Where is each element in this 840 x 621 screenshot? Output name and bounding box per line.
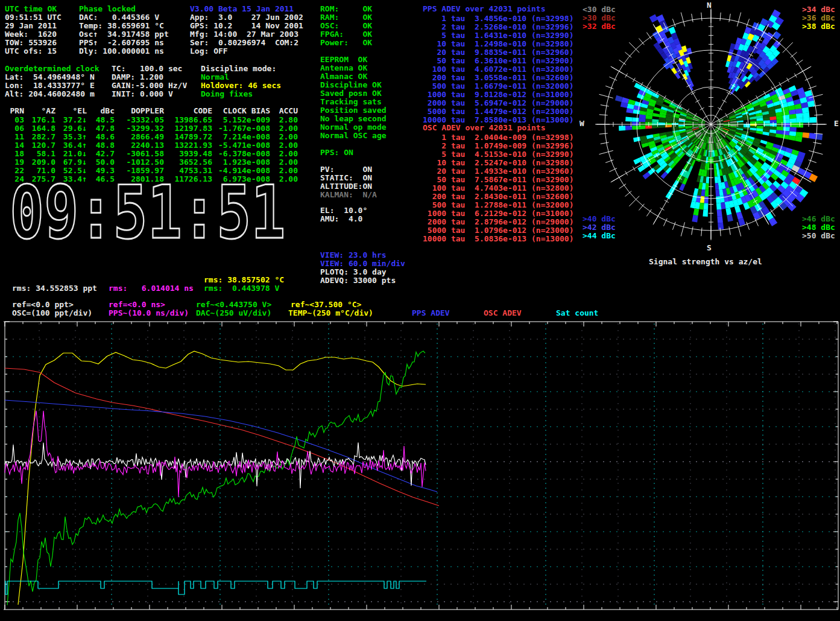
signal-cell [693,208,699,215]
gps-status-line: Antenna OK [320,64,367,72]
sat-cell: 18 [6,150,24,158]
sat-cell: 21.0↓ [55,150,87,158]
pps-adev-row: 20 tau 9.8835e-011 (n=32960) [423,48,573,57]
rim-tick [720,13,721,21]
spoke-tick [771,87,774,91]
pps-adev-row: 1000 tau 9.8128e-012 (n=31000) [423,91,573,99]
cardinal-east: E [834,119,839,128]
rim-tick [605,86,613,89]
sat-cell: 48.5 [87,116,115,124]
sat-table-row: 19209.067.9↓50.0-1012.503652.561.923e-00… [6,158,298,167]
sat-cell: 42.7 [87,150,115,158]
signal-cell [632,126,639,130]
sat-cell: 46.5 [87,175,115,183]
sat-table-row: 24275.733.4↑46.52801.1811726.136.973e-00… [6,175,298,183]
utc-time-status: UTC time OK [5,5,57,13]
sat-cell: -1012.50 [115,158,164,167]
rim-tick [681,13,684,27]
phase-block-line: PPS↑ -2.607695 ns [79,39,164,47]
sat-cell: 2866.49 [115,133,164,141]
version-block-line: GPS: 10.2 14 Nov 2001 [190,22,303,30]
spoke-tick [748,100,751,104]
signal-cell [796,113,803,118]
sat-table-row: 03176.137.2↓48.5-3332.0513986.655.152e-0… [6,116,298,124]
dbc-legend-item: >30 dBc [583,14,616,22]
sat-cell: 2801.18 [115,175,164,183]
receiver-mode: Overdetermined clock [5,65,99,73]
sat-cell: -3299.32 [115,124,164,133]
ref-scale-label: ref~<0.443750 V> [196,301,271,309]
osc-adev-title: OSC ADEV over 42031 points [423,124,546,132]
rim-tick [599,94,613,98]
spoke-tick [665,200,669,203]
pps-state: PPS: ON [320,148,353,157]
trace-pps [5,400,437,492]
rim-tick [813,142,821,144]
sat-cell: 3939.48 [164,150,212,158]
sat-cell: 6.973e-008 [212,175,270,183]
signal-cell [795,136,802,142]
signal-cell [692,215,698,222]
signal-cell [734,205,741,213]
health-status-line: ROM: OK [320,5,372,13]
signal-cell [810,117,816,123]
fixes-status: Doing fixes [201,90,253,98]
plot-legend-label: PPS ADEV [412,309,450,317]
sat-cell: 282.7 [24,133,55,141]
signal-cell [649,14,658,23]
signal-cell [679,183,685,191]
history-strip-chart [0,319,840,621]
sat-cell: °AZ [24,107,55,115]
spoke-tick [787,78,789,82]
rim-tick [729,226,730,235]
signal-cell [789,114,797,119]
rim-tick [729,14,730,22]
init-setting: INIT: 0.000 V [112,90,173,98]
dbc-legend-item: >32 dBc [583,22,616,31]
sat-table-row: 14120.736.4↑48.82240.1313221.93-5.471e-0… [6,141,298,150]
rim-tick [809,160,816,163]
sat-cell: 14 [6,141,24,150]
sat-cell: 2.80 [270,116,298,124]
sat-cell: °EL [55,107,87,115]
osc-adev-row: 5000 tau 1.0796e-012 (n=23000) [423,226,573,235]
signal-cell [665,123,672,125]
big-digital-clock: 09:51:51 [10,172,286,253]
sat-table-row: 11282.735.3↑48.62866.4914789.727.214e-00… [6,133,298,141]
pps-adev-row: 5 tau 1.6431e-010 (n=32990) [423,31,573,40]
signal-cell [803,132,810,138]
version-block-line: App: 3.0 27 Jun 2002 [190,13,303,22]
health-status-line: Power: OK [320,39,372,47]
signal-cell [727,214,733,222]
sat-table-header: PRN°AZ°ELdBcDOPPLERCODECLOCK BIASACCU [6,107,298,115]
ref-scale-label: ref=<0.0 ppt> [12,301,74,309]
spoke-tick [763,91,766,95]
health-status-line: RAM: OK [320,13,372,22]
sat-cell: 1.923e-008 [212,158,270,167]
utc-block-line: Week: 1620 [5,30,57,39]
rim-tick [692,14,693,22]
signal-cell [632,117,639,121]
ref-scale-label: DAC~(250 uV/div) [196,309,271,317]
signal-cell [789,135,796,141]
sat-cell: 48.8 [87,141,115,150]
signal-cell [790,127,797,132]
sat-cell: 24 [6,175,24,183]
gps-status-line: Tracking sats [320,98,382,106]
trace-sat_count [5,581,426,594]
sat-cell: 33.4↑ [55,175,87,183]
sat-cell: dBc [87,107,115,115]
lady-heather-screen: 09:51:51 Signal strength vs az/el UTC ti… [0,0,840,621]
sat-cell: 49.3 [87,167,115,175]
ref-scale-label: ref~<37.500 °C> [291,301,361,309]
fix-setting-line: PV: ON [320,165,372,174]
dbc-legend-item: <30 dBc [583,5,616,14]
rim-tick [599,133,608,134]
pps-adev-title: PPS ADEV over 42031 points [423,5,546,13]
rim-tick [605,160,613,163]
spoke-tick [700,107,704,110]
damp-setting: DAMP: 1.200 [112,73,163,81]
rim-tick [672,222,675,230]
view-setting-line: VIEW: 23.0 hrs [320,251,387,260]
pps-adev-row: 2000 tau 5.6947e-012 (n=29000) [423,99,573,107]
